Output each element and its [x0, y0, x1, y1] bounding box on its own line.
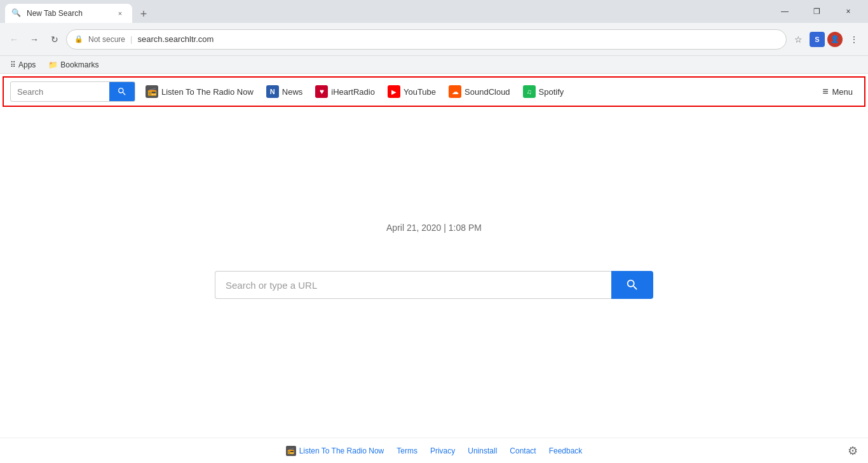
minimize-button[interactable]: — — [770, 3, 799, 20]
youtube-icon: ▶ — [388, 85, 400, 98]
address-domain: search.searchltr.com — [137, 34, 214, 44]
menu-label: Menu — [832, 87, 853, 97]
window-controls: — ❒ × — [770, 3, 863, 23]
nav-link-iheart[interactable]: ♥ iHeartRadio — [310, 83, 380, 100]
main-search-container — [215, 271, 653, 299]
bookmarks-label: Bookmarks — [60, 60, 98, 69]
bookmarks-bar: ⠿ Apps 📁 Bookmarks — [0, 56, 868, 74]
radio-icon: 📻 — [146, 85, 158, 98]
soundcloud-icon: ☁ — [449, 85, 461, 98]
news-icon: N — [266, 85, 279, 98]
site-toolbar: 📻 Listen To The Radio Now N News ♥ iHear… — [3, 76, 865, 107]
nav-link-news-label: News — [282, 87, 303, 97]
bookmarks-link[interactable]: 📁 Bookmarks — [43, 59, 104, 71]
menu-icon: ≡ — [822, 86, 828, 97]
footer-uninstall-link[interactable]: Uninstall — [468, 446, 497, 455]
toolbar-search-button[interactable] — [109, 81, 135, 102]
tab-title: New Tab Search — [27, 9, 109, 18]
nav-link-youtube-label: YouTube — [403, 87, 436, 97]
toolbar-search-input[interactable] — [11, 87, 109, 97]
datetime-display: April 21, 2020 | 1:08 PM — [386, 223, 482, 233]
security-label: Not secure — [88, 35, 125, 44]
apps-link[interactable]: ⠿ Apps — [5, 59, 41, 71]
nav-link-soundcloud-label: SoundCloud — [465, 87, 510, 97]
toolbar-nav-links: 📻 Listen To The Radio Now N News ♥ iHear… — [140, 83, 812, 100]
close-button[interactable]: × — [834, 3, 863, 20]
apps-label: Apps — [18, 60, 36, 69]
nav-link-soundcloud[interactable]: ☁ SoundCloud — [444, 83, 515, 100]
footer-feedback-link[interactable]: Feedback — [549, 446, 583, 455]
main-content: April 21, 2020 | 1:08 PM — [0, 109, 868, 463]
forward-button[interactable]: → — [25, 31, 43, 48]
footer-radio-icon: 📻 — [286, 446, 296, 456]
bookmarks-icon: 📁 — [48, 60, 58, 69]
chrome-browser: 🔍 New Tab Search × + — ❒ × ← → ↻ 🔒 Not s… — [0, 0, 868, 463]
address-separator: | — [130, 34, 132, 44]
search-icon — [117, 86, 127, 97]
footer-contact-link[interactable]: Contact — [510, 446, 536, 455]
nav-link-news[interactable]: N News — [261, 83, 308, 100]
reload-button[interactable]: ↻ — [46, 31, 64, 48]
address-bar: ← → ↻ 🔒 Not secure | search.searchltr.co… — [0, 23, 868, 56]
nav-link-spotify[interactable]: ♫ Spotify — [518, 83, 569, 100]
profile-avatar[interactable]: 👤 — [827, 32, 843, 47]
nav-link-youtube[interactable]: ▶ YouTube — [383, 83, 441, 100]
footer-radio-label[interactable]: Listen To The Radio Now — [299, 446, 384, 455]
maximize-button[interactable]: ❒ — [802, 3, 831, 20]
nav-link-listen-radio-label: Listen To The Radio Now — [161, 87, 254, 97]
star-button[interactable]: ☆ — [789, 31, 807, 48]
security-icon: 🔒 — [74, 35, 83, 43]
footer-privacy-link[interactable]: Privacy — [430, 446, 455, 455]
tab-close-button[interactable]: × — [114, 8, 126, 19]
page-content: 📻 Listen To The Radio Now N News ♥ iHear… — [0, 74, 868, 463]
main-search-input[interactable] — [215, 271, 611, 299]
new-tab-button[interactable]: + — [135, 5, 153, 23]
browser-tab[interactable]: 🔍 New Tab Search × — [5, 4, 132, 23]
nav-link-iheart-label: iHeartRadio — [331, 87, 375, 97]
iheart-icon: ♥ — [315, 85, 328, 98]
menu-button[interactable]: ≡ Menu — [817, 83, 858, 100]
footer: 📻 Listen To The Radio Now Terms Privacy … — [0, 438, 868, 463]
toolbar-icons: ☆ S 👤 ⋮ — [789, 31, 863, 48]
more-button[interactable]: ⋮ — [845, 31, 863, 48]
tab-favicon: 🔍 — [11, 8, 22, 18]
footer-terms-link[interactable]: Terms — [397, 446, 417, 455]
nav-link-spotify-label: Spotify — [539, 87, 564, 97]
settings-gear-icon[interactable]: ⚙ — [848, 444, 860, 457]
main-search-icon — [625, 278, 639, 292]
spotify-icon: ♫ — [523, 85, 536, 98]
main-search-button[interactable] — [611, 271, 653, 299]
title-bar: 🔍 New Tab Search × + — ❒ × — [0, 0, 868, 23]
apps-icon: ⠿ — [10, 60, 16, 69]
back-button[interactable]: ← — [5, 31, 23, 48]
toolbar-search-widget — [10, 81, 135, 102]
address-input[interactable]: 🔒 Not secure | search.searchltr.com — [66, 29, 787, 50]
nav-link-listen-radio[interactable]: 📻 Listen To The Radio Now — [140, 83, 259, 100]
extension-icon[interactable]: S — [810, 32, 825, 47]
footer-radio-link[interactable]: 📻 Listen To The Radio Now — [286, 446, 384, 456]
